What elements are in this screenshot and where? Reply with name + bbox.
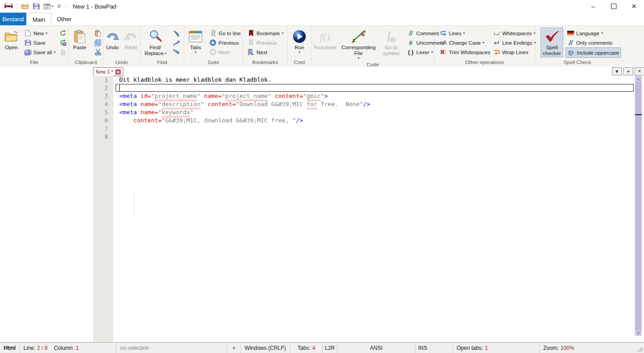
save-button[interactable]: Save bbox=[23, 38, 57, 47]
whitespaces-button[interactable]: Whitespaces ▾ bbox=[491, 28, 537, 38]
new-tab-button[interactable]: + bbox=[623, 67, 633, 75]
scroll-up-arrow[interactable]: ▲ bbox=[635, 76, 642, 82]
undo-button[interactable]: Undo bbox=[104, 28, 121, 51]
save-all-button[interactable]: Save all ▾ bbox=[23, 47, 57, 57]
paste-icon bbox=[74, 28, 86, 45]
paste-special-icon bbox=[94, 29, 102, 37]
tab-list-button[interactable]: ▼ bbox=[612, 67, 622, 75]
bookmark-previous-button[interactable]: Previous bbox=[246, 38, 285, 47]
lines-button[interactable]: Lines ▾ bbox=[438, 28, 491, 38]
cut-button[interactable] bbox=[93, 47, 103, 57]
trim-whitespaces-button[interactable]: Trim Whitespaces bbox=[438, 47, 491, 57]
minimize-button[interactable]: – bbox=[583, 0, 603, 13]
find-replace-icon bbox=[148, 28, 163, 45]
reload-button[interactable] bbox=[58, 28, 68, 38]
goto-next-button[interactable]: Next bbox=[208, 47, 242, 57]
run-button[interactable]: Run ▾ bbox=[289, 28, 310, 55]
redo-button[interactable]: Redo bbox=[123, 28, 140, 51]
dropdown-icon: ▾ bbox=[482, 41, 484, 45]
vertical-scrollbar[interactable]: ▲ ▼ bbox=[635, 76, 642, 336]
spell-checker-icon bbox=[545, 28, 559, 45]
mark-all-button[interactable] bbox=[171, 28, 182, 38]
mark-previous-button[interactable] bbox=[171, 38, 182, 47]
statusbar-lexer-cell[interactable] bbox=[227, 343, 241, 353]
include-uppercase-button[interactable]: Include uppercase bbox=[565, 47, 621, 58]
write-protect-button[interactable] bbox=[58, 47, 68, 57]
new-label: New bbox=[33, 31, 44, 36]
resize-grip[interactable] bbox=[637, 346, 643, 352]
statusbar-doctype[interactable]: Html bbox=[0, 343, 20, 353]
line-number: 2 bbox=[93, 84, 113, 92]
tabs-button[interactable]: Tabs ▾ bbox=[185, 28, 206, 55]
close-button[interactable]: ✕ bbox=[624, 0, 644, 13]
app-menu-button[interactable]: Bestand bbox=[0, 13, 26, 25]
change-case-button[interactable]: aA Change Case ▾ bbox=[438, 38, 491, 47]
open-tabs-value: 1 bbox=[485, 345, 488, 351]
statusbar-eol[interactable]: Windows (CRLF) bbox=[241, 343, 290, 353]
editor-line[interactable]: 5<meta name="keywords" bbox=[93, 108, 634, 116]
bookmark-next-button[interactable]: Next bbox=[246, 47, 285, 57]
only-comments-button[interactable]: // Only comments bbox=[565, 38, 621, 47]
spell-checker-label: Spell checker bbox=[542, 45, 562, 56]
highlight-marker-up-icon bbox=[173, 39, 180, 46]
editor-line[interactable]: 2 bbox=[93, 84, 634, 92]
statusbar-zoom[interactable]: Zoom: 100% bbox=[540, 343, 644, 353]
copy-button[interactable] bbox=[93, 38, 103, 47]
language-button[interactable]: Language ▾ bbox=[565, 28, 621, 38]
whitespaces-icon bbox=[493, 29, 500, 37]
spell-checker-button[interactable]: Spell checker bbox=[541, 28, 563, 57]
dropdown-icon: ▾ bbox=[463, 32, 465, 35]
paste-button[interactable]: Paste bbox=[70, 28, 90, 51]
mark-next-button[interactable] bbox=[171, 47, 182, 57]
qat-open-button[interactable] bbox=[19, 1, 31, 11]
editor-line[interactable]: 3<meta id="project_name" name="project_n… bbox=[93, 92, 634, 100]
ribbon-tab-other[interactable]: Other bbox=[51, 13, 78, 25]
statusbar-encoding[interactable]: ANSI bbox=[337, 343, 415, 353]
ribbon-group-bookmarks: Bookmark ▾ Previous Next Bookmarks bbox=[243, 26, 288, 67]
line-endings-button[interactable]: Line Endings ▾ bbox=[491, 38, 537, 47]
statusbar-direction[interactable]: L2R bbox=[323, 343, 337, 353]
editor-line[interactable]: 7 bbox=[93, 125, 634, 133]
reload-encoding-button[interactable] bbox=[58, 38, 68, 47]
new-file-icon bbox=[24, 29, 32, 37]
ribbon-tab-main[interactable]: Main bbox=[26, 13, 51, 26]
find-replace-button[interactable]: Find/ Replace ▾ bbox=[141, 28, 169, 57]
editor-line[interactable]: 1Dit kladblok is meer kladblok dan Kladb… bbox=[93, 76, 634, 84]
paste-special-button[interactable] bbox=[93, 28, 103, 38]
corresponding-file-button[interactable]: hc Corresponding File ▾ bbox=[340, 28, 378, 61]
document-tab[interactable]: New 1 * bbox=[93, 67, 123, 76]
goto-previous-button[interactable]: Previous bbox=[208, 38, 242, 47]
scroll-down-arrow[interactable]: ▼ bbox=[635, 330, 642, 336]
qat-tab-list-button[interactable]: ▾ bbox=[42, 1, 55, 11]
statusbar-line-column[interactable]: Line: 2 / 8 Column: 1 bbox=[20, 343, 117, 353]
tab-close-icon[interactable] bbox=[116, 70, 121, 74]
line-number: 6 bbox=[93, 116, 113, 125]
maximize-button[interactable] bbox=[603, 0, 624, 13]
bookmark-button[interactable]: Bookmark ▾ bbox=[246, 28, 285, 38]
go-to-line-button[interactable]: Go to line bbox=[208, 28, 242, 38]
open-button[interactable]: Open bbox=[1, 28, 22, 51]
editor-line[interactable]: 4<meta name="description" content="Downl… bbox=[93, 100, 634, 108]
statusbar-insert-mode[interactable]: INS bbox=[415, 343, 430, 353]
previous-circle-icon bbox=[209, 39, 217, 46]
group-label-other-operations: Other operations bbox=[434, 59, 535, 67]
functions-button[interactable]: f() Functions bbox=[313, 28, 338, 51]
code-lines[interactable]: 1Dit kladblok is meer kladblok dan Kladb… bbox=[93, 76, 634, 141]
dropdown-icon: ▾ bbox=[54, 51, 56, 54]
close-tab-button[interactable]: × bbox=[635, 67, 644, 75]
qat-customize-button[interactable] bbox=[55, 1, 63, 11]
statusbar-open-tabs[interactable]: Open tabs: 1 bbox=[453, 343, 540, 353]
new-button[interactable]: New ▾ bbox=[23, 28, 57, 38]
dropdown-icon: ▾ bbox=[164, 52, 166, 56]
editor-line[interactable]: 6 content="G&#39;MIC, download G&#39;MIC… bbox=[93, 116, 634, 125]
wrap-lines-button[interactable]: Wrap Lines bbox=[491, 47, 537, 57]
go-to-symbol-button[interactable]: f Go to symbol bbox=[379, 28, 403, 57]
line-number: 7 bbox=[93, 125, 113, 133]
dropdown-icon: ▾ bbox=[282, 32, 284, 35]
bowpad-app-icon[interactable] bbox=[3, 2, 14, 11]
editor-line[interactable]: 8 bbox=[93, 133, 634, 141]
ribbon-group-file: Open New ▾ Save Save all ▾ bbox=[0, 26, 69, 67]
line-endings-icon bbox=[493, 39, 500, 46]
statusbar-tabs[interactable]: Tabs: 4 bbox=[290, 343, 323, 353]
qat-save-button[interactable] bbox=[31, 1, 42, 11]
